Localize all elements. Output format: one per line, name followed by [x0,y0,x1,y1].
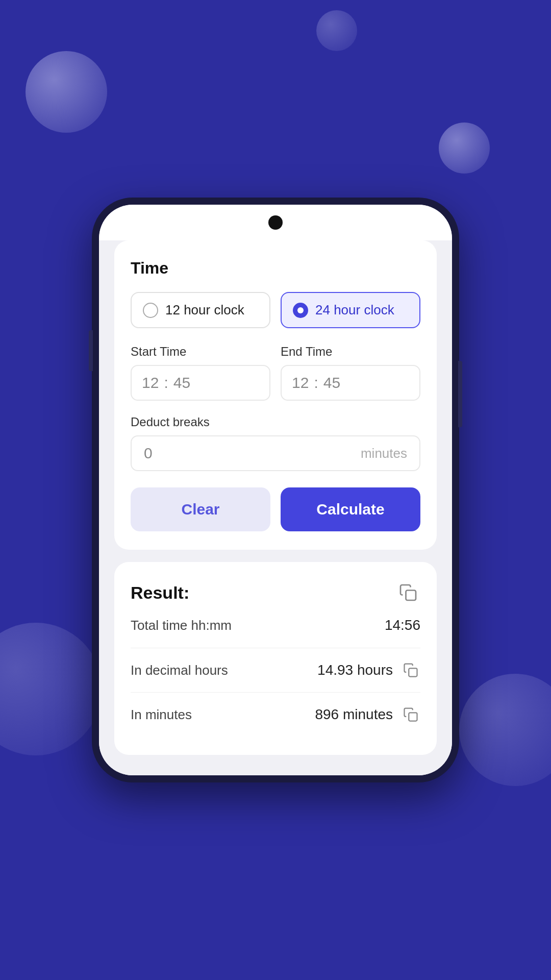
phone-top-bar [99,205,452,240]
start-time-label: Start Time [131,345,270,359]
24-hour-label: 24 hour clock [315,302,394,318]
svg-rect-2 [409,713,417,721]
bg-sphere-4 [459,674,551,786]
start-time-input[interactable]: 12 : 45 [131,365,270,401]
copy-all-icon[interactable] [396,580,420,605]
section-title: Time [131,259,420,278]
minutes-label: In minutes [131,707,192,723]
radio-24h [293,303,308,318]
action-row: Clear Calculate [131,487,420,531]
phone-screen: Time 12 hour clock 24 hour clock [99,205,452,775]
end-time-field: End Time 12 : 45 [281,345,420,401]
side-button-left [89,330,93,371]
deduct-unit: minutes [361,446,407,461]
12-hour-label: 12 hour clock [165,302,244,318]
start-time-field: Start Time 12 : 45 [131,345,270,401]
start-minutes: 45 [173,374,190,391]
result-header: Result: [131,580,420,605]
bg-sphere-5 [316,10,357,51]
end-hours: 12 [292,374,309,391]
decimal-hours-right: 14.93 hours [317,660,420,680]
svg-rect-0 [406,591,416,601]
deduct-breaks-input[interactable]: 0 minutes [131,435,420,471]
decimal-hours-row: In decimal hours 14.93 hours [131,648,420,692]
total-time-label: Total time hh:mm [131,618,232,633]
bg-sphere-3 [0,623,102,755]
result-card: Result: Total time hh:mm 14:56 In de [114,562,437,755]
decimal-hours-value: 14.93 hours [317,662,393,678]
end-time-input[interactable]: 12 : 45 [281,365,420,401]
clock-type-row: 12 hour clock 24 hour clock [131,292,420,328]
screen-content: Time 12 hour clock 24 hour clock [99,240,452,775]
svg-rect-1 [409,668,417,676]
deduct-breaks-label: Deduct breaks [131,415,420,429]
end-time-label: End Time [281,345,420,359]
time-row: Start Time 12 : 45 End Time 12 : 45 [131,345,420,401]
bg-sphere-1 [26,51,107,133]
12-hour-clock-button[interactable]: 12 hour clock [131,292,270,328]
side-button-right [458,361,462,427]
radio-inner-24h [297,307,304,313]
minutes-value: 896 minutes [315,706,393,723]
bg-sphere-2 [439,122,490,174]
start-hours: 12 [142,374,159,391]
24-hour-clock-button[interactable]: 24 hour clock [281,292,420,328]
total-time-row: Total time hh:mm 14:56 [131,617,420,646]
copy-minutes-icon[interactable] [401,705,420,724]
calculate-button[interactable]: Calculate [281,487,420,531]
clear-button[interactable]: Clear [131,487,270,531]
minutes-row: In minutes 896 minutes [131,692,420,737]
total-time-value: 14:56 [385,617,420,633]
radio-12h [143,303,158,318]
phone-shell: Time 12 hour clock 24 hour clock [92,198,459,782]
end-minutes: 45 [323,374,340,391]
copy-decimal-icon[interactable] [401,660,420,680]
start-separator: : [164,374,168,391]
decimal-hours-label: In decimal hours [131,663,228,678]
calculator-card: Time 12 hour clock 24 hour clock [114,240,437,550]
deduct-value: 0 [144,445,361,462]
result-title: Result: [131,583,189,603]
camera-dot [268,215,283,230]
minutes-right: 896 minutes [315,705,420,724]
end-separator: : [314,374,318,391]
